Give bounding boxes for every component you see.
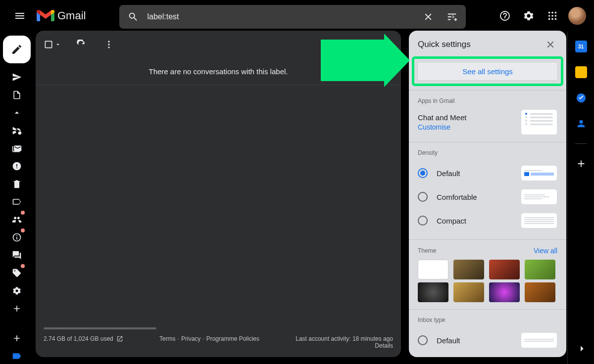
inbox-type-section: Inbox type Default xyxy=(409,309,566,357)
contacts-addon[interactable] xyxy=(575,118,587,130)
density-section: Density Default Comfortable Compact xyxy=(409,142,566,239)
radio-checked-icon xyxy=(418,168,428,178)
open-in-new-icon[interactable] xyxy=(116,335,123,342)
apps-label: Apps in Gmail xyxy=(418,97,557,104)
file-icon xyxy=(12,90,22,100)
settings-button[interactable] xyxy=(519,6,539,26)
plus-icon xyxy=(12,304,22,314)
theme-tile[interactable] xyxy=(418,260,448,279)
keep-addon[interactable] xyxy=(575,66,587,78)
nav-label-2[interactable] xyxy=(7,229,27,245)
person-icon xyxy=(576,118,587,129)
refresh-button[interactable] xyxy=(71,35,91,54)
view-all-themes[interactable]: View all xyxy=(534,247,557,255)
compose-button[interactable] xyxy=(3,36,31,63)
svg-point-6 xyxy=(548,18,550,20)
theme-label: Theme xyxy=(418,247,436,254)
hide-side-panel[interactable] xyxy=(576,343,587,356)
info-icon xyxy=(12,232,22,242)
svg-point-9 xyxy=(108,41,109,43)
nav-label-1[interactable] xyxy=(7,212,27,228)
svg-point-2 xyxy=(555,12,557,14)
inbox-option-label: Default xyxy=(437,336,512,345)
tasks-icon xyxy=(576,92,587,103)
label-outline-icon xyxy=(12,197,22,207)
radio-icon xyxy=(418,192,428,202)
nav-promotions[interactable] xyxy=(7,265,27,281)
nav-spam[interactable] xyxy=(7,158,27,174)
nav-categories[interactable] xyxy=(7,194,27,210)
apps-icon xyxy=(547,10,558,21)
density-comfortable[interactable]: Comfortable xyxy=(418,185,557,209)
density-thumbnail xyxy=(521,213,557,228)
quick-settings-title: Quick settings xyxy=(418,40,471,49)
select-all-checkbox[interactable] xyxy=(42,38,63,51)
density-compact[interactable]: Compact xyxy=(418,209,557,232)
svg-point-0 xyxy=(548,12,550,14)
theme-tile[interactable] xyxy=(453,282,484,302)
tasks-addon[interactable] xyxy=(575,92,587,104)
chat-meet-thumbnail xyxy=(521,109,557,135)
theme-tile[interactable] xyxy=(489,260,520,279)
clear-search-button[interactable] xyxy=(418,7,438,27)
terms-link[interactable]: Terms xyxy=(159,335,176,342)
theme-tile[interactable] xyxy=(489,282,520,302)
nav-trash[interactable] xyxy=(7,176,27,192)
density-default[interactable]: Default xyxy=(418,161,557,185)
close-settings-button[interactable] xyxy=(544,38,557,51)
svg-point-7 xyxy=(551,18,553,20)
more-button[interactable] xyxy=(99,35,119,54)
account-avatar[interactable] xyxy=(568,7,586,25)
search-input[interactable] xyxy=(147,12,414,21)
inbox-default[interactable]: Default xyxy=(418,328,557,352)
nav-create-label[interactable] xyxy=(7,301,27,317)
storage-text: 2.74 GB of 1,024 GB used xyxy=(44,335,113,342)
see-all-settings-button[interactable]: See all settings xyxy=(417,62,558,81)
chevron-right-icon xyxy=(576,343,587,354)
nav-all-mail[interactable] xyxy=(7,140,27,156)
density-option-label: Default xyxy=(437,169,512,178)
theme-tile[interactable] xyxy=(453,260,484,279)
nav-sent[interactable] xyxy=(7,69,27,85)
radio-icon xyxy=(418,335,428,345)
pencil-icon xyxy=(11,44,23,55)
nav-forums[interactable] xyxy=(7,247,27,263)
theme-tile[interactable] xyxy=(418,282,448,302)
main-menu-button[interactable] xyxy=(8,4,32,28)
trash-icon xyxy=(12,179,22,189)
nav-drafts[interactable] xyxy=(7,87,27,103)
calendar-addon[interactable]: 31 xyxy=(575,41,587,52)
gmail-logo-icon xyxy=(36,8,55,23)
density-thumbnail xyxy=(521,165,557,181)
density-thumbnail xyxy=(521,189,557,205)
chat-meet-title: Chat and Meet xyxy=(418,113,466,122)
privacy-link[interactable]: Privacy xyxy=(181,335,200,342)
customise-link[interactable]: Customise xyxy=(418,123,466,131)
search-options-button[interactable] xyxy=(442,7,462,27)
details-link[interactable]: Details xyxy=(296,342,393,349)
nav-scheduled[interactable] xyxy=(7,123,27,138)
nav-new-label[interactable] xyxy=(7,330,27,346)
plus-icon xyxy=(12,333,22,343)
policies-link[interactable]: Programme Policies xyxy=(206,335,259,342)
density-option-label: Comfortable xyxy=(437,193,512,201)
gear-icon xyxy=(12,286,22,296)
nav-manage-labels[interactable] xyxy=(7,283,27,299)
inbox-type-label: Inbox type xyxy=(418,317,557,323)
nav-less[interactable] xyxy=(7,105,27,121)
get-addons[interactable] xyxy=(575,158,587,170)
theme-section: Theme View all xyxy=(409,239,566,309)
plus-icon xyxy=(576,158,587,169)
support-button[interactable] xyxy=(495,6,515,26)
theme-tile[interactable] xyxy=(525,282,555,302)
toolbar xyxy=(36,31,401,58)
activity-text: Last account activity: 18 minutes ago xyxy=(296,335,393,342)
svg-point-8 xyxy=(555,18,557,20)
nav-test-label[interactable] xyxy=(7,348,27,364)
gmail-logo-area[interactable]: Gmail xyxy=(36,8,86,23)
search-button[interactable] xyxy=(123,7,143,27)
search-bar xyxy=(119,5,466,29)
apps-button[interactable] xyxy=(543,6,562,26)
theme-tile[interactable] xyxy=(525,260,555,279)
arrow-drop-down-icon xyxy=(54,41,61,48)
